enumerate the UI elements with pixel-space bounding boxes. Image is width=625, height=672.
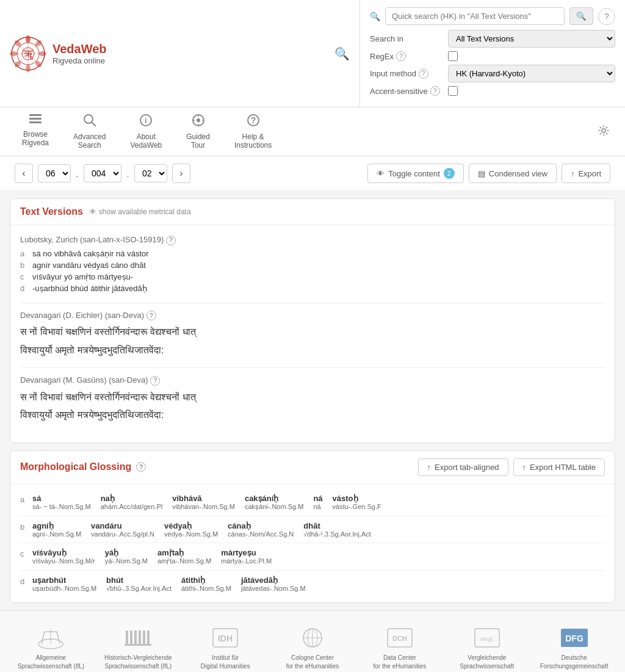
text-source-gasuns: Devanagari (M. Gasūns) (san-Deva) ? स नो… (20, 375, 605, 423)
svg-rect-39 (134, 630, 137, 645)
dfg-logo: DFG (559, 626, 590, 650)
input-method-label: Input method ? (370, 69, 443, 79)
condensed-view-button[interactable]: ▤ Condensed view (469, 164, 557, 183)
gloss-parse: cakṣáni-.Nom.Sg.M (245, 503, 303, 511)
text-versions-title: Text Versions (20, 206, 83, 217)
svg-line-33 (42, 632, 45, 644)
sidebar-item-guided-tour[interactable]: GuidedTour (174, 107, 222, 156)
nav-items: BrowseRigveda AdvancedSearch i AboutVeda… (10, 107, 284, 156)
gloss-parse: vástu-.Gen.Sg.F (333, 503, 381, 510)
book-select[interactable]: 06 (38, 164, 71, 182)
global-search-icon[interactable]: 🔍 (334, 46, 350, 61)
gloss-items-b: agníḥ agní-.Nom.Sg.M vandáru vandáru-.Ac… (32, 521, 605, 538)
hymn-select[interactable]: 004 (84, 164, 121, 182)
gloss-label-d: d (20, 576, 32, 586)
gloss-word: jātávedāḥ (241, 576, 306, 585)
next-button[interactable]: › (172, 164, 190, 183)
regex-help-icon[interactable]: ? (396, 51, 406, 61)
gloss-parse: √bhū-.3.Sg.Aor.Inj.Act (106, 585, 172, 592)
nav-bar: BrowseRigveda AdvancedSearch i AboutVeda… (0, 107, 625, 156)
search-submit-button[interactable]: 🔍 (569, 7, 593, 25)
text-source-eichler: Devanagari (D. Eichler) (san-Deva) ? स न… (20, 311, 605, 358)
help-icon: ? (247, 114, 260, 130)
search-magnifier-icon: 🔍 (370, 12, 380, 21)
input-method-help-icon[interactable]: ? (419, 69, 428, 79)
gloss-title: Morphological Glossing ? (20, 461, 146, 472)
gloss-word: agníḥ (32, 521, 81, 530)
svg-text:DCH: DCH (392, 635, 407, 642)
settings-icon[interactable] (592, 119, 615, 144)
footer-text-idh: Institut für Digital Humanities Universi… (200, 654, 250, 672)
stanza-select[interactable]: 02 (134, 164, 167, 182)
input-method-select[interactable]: HK (Harvard-Kyoto) (448, 65, 615, 82)
gloss-item: vandáru vandáru-.Acc.Sg/pl.N (91, 521, 154, 538)
gloss-item: dhāt √dhā-¹.3.Sg.Aor.Inj.Act (303, 521, 371, 538)
footer-text-dch: Data Center for the eHumanities Universi… (374, 654, 427, 672)
footer: Allgemeine Sprachwissenschaft (IfL) Univ… (0, 610, 625, 672)
eye-icon: 👁 (377, 169, 385, 178)
search-section: 🔍 🔍 ? Search in All Text Versions RegEx … (360, 0, 625, 107)
text-source-lubotsky: Lubotsky, Zurich (san-Latn-x-ISO-15919) … (20, 235, 605, 293)
svg-text:DFG: DFG (565, 634, 583, 643)
gloss-items-a: sá sá- ~ tá-.Nom.Sg.M naḥ ahám.Acc/dat/g… (32, 494, 605, 511)
footer-item-dfg: DFG Deutsche Forschungsgemeinschaft (533, 626, 615, 671)
quick-search-input[interactable] (385, 7, 565, 25)
export-html-button[interactable]: ↑ Export HTML table (513, 458, 605, 476)
gloss-parse: átithi-.Nom.Sg.M (181, 585, 231, 592)
gloss-item: ná ná (313, 494, 322, 511)
gloss-parse: ná (313, 503, 322, 510)
search-help-button[interactable]: ? (598, 8, 615, 25)
gloss-word: vibhávā (172, 494, 235, 503)
export-label: Export (578, 169, 601, 178)
search-in-select[interactable]: All Text Versions (448, 30, 615, 48)
svg-rect-41 (143, 630, 145, 645)
export-button[interactable]: ↑ Export (562, 164, 610, 183)
export-tab-button[interactable]: ↑ Export tab-aligned (418, 458, 508, 476)
historisch-logo (123, 626, 153, 650)
sidebar-item-help[interactable]: ? Help &Instructions (222, 107, 284, 156)
brand-name: VedaWeb (52, 42, 107, 56)
sidebar-item-advanced-search[interactable]: AdvancedSearch (61, 107, 118, 156)
eichler-help-icon[interactable]: ? (146, 311, 156, 320)
lubotsky-help-icon[interactable]: ? (166, 236, 176, 245)
gasuns-help-icon[interactable]: ? (150, 376, 160, 386)
footer-item-dch: DCH Data Center for the eHumanities Univ… (358, 626, 441, 672)
toggle-badge: 2 (444, 168, 455, 179)
svg-line-34 (57, 632, 60, 644)
accent-help-icon[interactable]: ? (430, 86, 440, 96)
gloss-item: cakṣáníḥ cakṣáni-.Nom.Sg.M (245, 494, 303, 511)
svg-text:ॠ: ॠ (23, 48, 34, 60)
eichler-line-1: स नों विभावां चक्षणिनं वस्तोर्गिनवंन्दार… (20, 324, 605, 340)
separator-dot-1: . (76, 167, 79, 180)
gloss-item: vibhávā vibhávan-.Nom.Sg.M (172, 494, 235, 511)
footer-item-historisch: Historisch-Vergleichende Sprachwissensch… (97, 626, 179, 672)
gloss-word: naḥ (101, 494, 163, 503)
regex-checkbox[interactable] (448, 51, 458, 61)
gloss-word: cánaḥ (228, 521, 294, 530)
line-text-b: agnír vandāru védyaś cáno dhāt (32, 261, 146, 270)
footer-item-allgemeine: Allgemeine Sprachwissenschaft (IfL) Univ… (10, 626, 92, 672)
gloss-label-c: c (20, 548, 32, 558)
footer-text-cologne: Cologne Center for the eHumanities Unive… (286, 654, 339, 672)
gloss-item: naḥ ahám.Acc/dat/gen.Pl (101, 494, 163, 511)
toggle-content-button[interactable]: 👁 Toggle content 2 (367, 164, 464, 183)
gloss-word: dhāt (303, 521, 371, 530)
footer-text-historisch: Historisch-Vergleichende Sprachwissensch… (104, 654, 172, 672)
divider-2 (20, 367, 605, 368)
lubotsky-title: Lubotsky, Zurich (san-Latn-x-ISO-15919) … (20, 235, 605, 245)
prev-button[interactable]: ‹ (15, 164, 33, 183)
gloss-word: uṣarbhút (32, 576, 96, 585)
footer-item-cologne: Cologne Center for the eHumanities Unive… (272, 626, 354, 672)
sidebar-item-about[interactable]: i AboutVedaWeb (118, 107, 174, 156)
gloss-word: átithiḥ (181, 576, 231, 585)
accent-sensitive-label: Accent-sensitive ? (370, 86, 443, 96)
gloss-item: cánaḥ cánas-.Nom/Acc.Sg.N (228, 521, 294, 538)
help-label: Help &Instructions (234, 132, 272, 150)
accent-sensitive-checkbox[interactable] (448, 86, 458, 96)
gloss-items-c: víśvāyuḥ víśváyu-.Nom.Sg.M/r yáḥ yá-.Nom… (32, 548, 605, 565)
gloss-word: vandáru (91, 521, 154, 530)
gloss-help-icon[interactable]: ? (136, 462, 146, 472)
metrical-data-link[interactable]: 👁 show available metrical data (89, 208, 191, 216)
sidebar-item-browse[interactable]: BrowseRigveda (10, 107, 61, 156)
footer-item-vergleichende: Vergl. Vergleichende Sprachwissenschaft … (446, 626, 528, 672)
